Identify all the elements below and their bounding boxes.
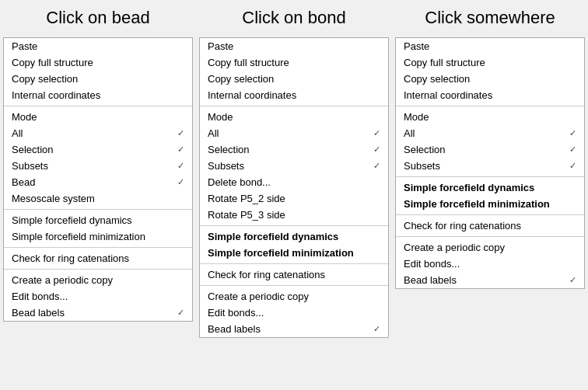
menu-item-label: Create a periodic copy [404,242,505,253]
menu-item[interactable]: Bead labels✓ [396,272,584,288]
menu-separator [396,214,584,215]
menu-item[interactable]: Copy selection [200,71,388,87]
menu-item-label: Bead [12,176,35,188]
menu-item[interactable]: Internal coordinates [200,87,388,103]
menu-item-label: Bead labels [404,274,457,286]
menu-item[interactable]: Edit bonds... [396,256,584,272]
menu-item[interactable]: Mode [4,109,192,125]
menu-item[interactable]: Subsets✓ [4,158,192,174]
menu-item-label: Copy full structure [208,57,289,68]
menu-item[interactable]: Delete bond... [200,174,388,190]
menu-item-label: All [12,127,23,139]
menu-item[interactable]: Mode [200,109,388,125]
menu-item[interactable]: Copy full structure [4,54,192,71]
menu-item[interactable]: Selection✓ [396,141,584,158]
menu-item[interactable]: Copy full structure [200,54,388,71]
menu-item-label: Simple forcefield minimization [12,231,145,242]
menu-item[interactable]: Simple forcefield dynamics [200,228,388,245]
menu-item-label: Selection [208,144,249,155]
menu-item[interactable]: Rotate P5_2 side [200,190,388,207]
menu-item-label: Simple forcefield dynamics [208,231,338,242]
menu-item[interactable]: Simple forcefield minimization [396,196,584,212]
menu-item[interactable]: All✓ [396,125,584,141]
check-icon: ✓ [373,145,380,155]
menu-item[interactable]: Edit bonds... [4,288,192,305]
menu-item[interactable]: Subsets✓ [396,158,584,174]
menu-separator [200,106,388,106]
menu-item[interactable]: Simple forcefield minimization [4,228,192,245]
header-click-on-bead: Click on bead [0,0,196,37]
menu-item[interactable]: Subsets✓ [200,158,388,174]
menu-item-label: Mode [404,111,429,123]
menu-item-label: Mode [12,111,37,123]
check-icon: ✓ [569,161,576,171]
menu-item[interactable]: Mesoscale system [4,190,192,207]
menu-item[interactable]: Selection✓ [200,141,388,158]
menu-item-label: Bead labels [12,307,65,319]
menu-item-label: Internal coordinates [208,89,296,101]
menu-item[interactable]: Check for ring catenations [200,266,388,283]
menu-item[interactable]: All✓ [200,125,388,141]
menu-item-label: Internal coordinates [404,89,492,101]
menu-item[interactable]: Simple forcefield dynamics [4,212,192,228]
check-icon: ✓ [373,324,380,334]
check-icon: ✓ [177,177,184,187]
menu-item-label: Rotate P5_2 side [208,193,285,204]
menu-item[interactable]: Create a periodic copy [396,239,584,256]
menu-item-label: Edit bonds... [12,291,68,302]
menu-item[interactable]: Internal coordinates [396,87,584,103]
menu-item[interactable]: Edit bonds... [200,305,388,321]
menu-click-somewhere: PasteCopy full structureCopy selectionIn… [395,37,585,289]
menu-item[interactable]: Check for ring catenations [4,250,192,266]
check-icon: ✓ [373,161,380,171]
menu-item-label: Check for ring catenations [404,220,521,232]
menu-item[interactable]: Copy selection [396,71,584,87]
column-click-on-bead: Click on beadPasteCopy full structureCop… [0,0,196,338]
menu-item-label: Copy selection [208,73,274,85]
menu-click-on-bond: PasteCopy full structureCopy selectionIn… [199,37,389,338]
menu-item[interactable]: Selection✓ [4,141,192,158]
check-icon: ✓ [177,161,184,171]
menu-item[interactable]: Simple forcefield minimization [200,245,388,261]
menu-item-label: Subsets [12,160,48,172]
check-icon: ✓ [569,275,576,285]
menu-separator [4,106,192,106]
menu-item-label: Copy selection [404,73,470,85]
menu-item[interactable]: Paste [396,38,584,54]
menu-item-label: Mode [208,111,233,123]
menu-item[interactable]: All✓ [4,125,192,141]
menu-item-label: Simple forcefield minimization [404,198,550,210]
menu-separator [200,225,388,226]
menu-item[interactable]: Mode [396,109,584,125]
check-icon: ✓ [569,145,576,155]
menu-item[interactable]: Copy full structure [396,54,584,71]
menu-item[interactable]: Bead labels✓ [200,321,388,337]
menu-item[interactable]: Create a periodic copy [200,288,388,305]
menu-separator [396,176,584,177]
menu-item-label: Copy selection [12,73,78,85]
check-icon: ✓ [177,308,184,318]
menu-item-label: Copy full structure [404,57,485,68]
menu-item[interactable]: Rotate P5_3 side [200,207,388,223]
menu-item[interactable]: Internal coordinates [4,87,192,103]
header-click-somewhere: Click somewhere [392,0,588,37]
menu-item[interactable]: Simple forcefield dynamics [396,179,584,196]
menu-item-label: Check for ring catenations [12,252,129,264]
menu-item[interactable]: Bead✓ [4,174,192,190]
column-click-on-bond: Click on bondPasteCopy full structureCop… [196,0,392,338]
menu-item[interactable]: Paste [200,38,388,54]
check-icon: ✓ [177,145,184,155]
menu-item[interactable]: Copy selection [4,71,192,87]
menu-item-label: Internal coordinates [12,89,100,101]
menu-item-label: Selection [12,144,53,155]
menu-item[interactable]: Check for ring catenations [396,218,584,234]
menu-item-label: All [404,127,415,139]
menu-item-label: Create a periodic copy [12,274,113,286]
menu-item-label: Check for ring catenations [208,269,325,280]
menu-item[interactable]: Create a periodic copy [4,272,192,288]
menu-item-label: Simple forcefield minimization [208,247,354,259]
menu-item[interactable]: Bead labels✓ [4,305,192,321]
menu-item[interactable]: Paste [4,38,192,54]
menu-item-label: Create a periodic copy [208,291,309,302]
menu-separator [4,209,192,210]
